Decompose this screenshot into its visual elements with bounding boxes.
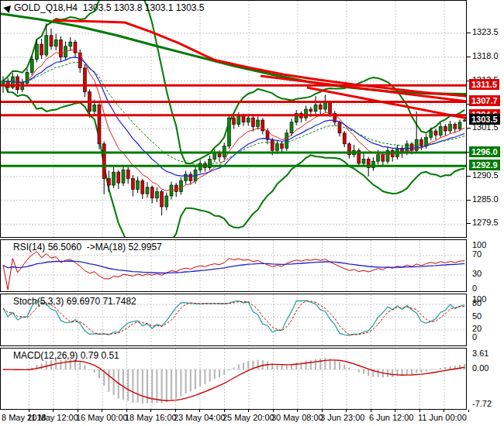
macd-tick-label: -7.72: [472, 399, 492, 408]
macd-tick-label: 3.61: [472, 349, 488, 358]
time-tick-mark: [419, 410, 420, 412]
rsi-tick-label: 100: [472, 240, 486, 249]
time-label: 23 May 04:00: [174, 413, 226, 422]
stochastic-indicator-panel[interactable]: Stoch(5,3,3) 69.6970 71.7482: [0, 294, 467, 346]
time-tick-mark: [371, 410, 371, 412]
macd-indicator-panel[interactable]: MACD(12,26,9) 0.79 0.51: [0, 348, 467, 410]
rsi-indicator-panel[interactable]: RSI(14) 56.5060 ->MA(18) 52.9957: [0, 239, 467, 292]
time-tick-mark: [53, 410, 54, 412]
time-label: 30 May 08:00: [271, 413, 323, 422]
price-tick-label: 1290.5: [472, 170, 499, 180]
symbol-period-label: GOLD_Q18,H4: [14, 2, 78, 13]
price-level-badge: 1296.0: [469, 146, 500, 157]
price-tick-label: 1285.0: [472, 194, 499, 204]
chart-title: GOLD_Q18,H4 1303.5 1303.8 1303.1 1303.5: [14, 2, 205, 13]
time-tick-mark: [224, 410, 225, 412]
main-price-chart[interactable]: [0, 0, 467, 238]
axis-tick-mark: [467, 33, 471, 33]
time-label: 16 May 00:00: [76, 413, 128, 422]
ohlc-readout: 1303.5 1303.8 1303.1 1303.5: [83, 2, 205, 13]
time-axis: 8 May 201811 May 12:0016 May 00:0018 May…: [0, 410, 504, 426]
time-tick-mark: [444, 410, 444, 412]
time-label: 11 May 12:00: [27, 413, 78, 422]
time-tick-mark: [273, 410, 274, 412]
time-tick-mark: [199, 410, 200, 412]
time-tick-mark: [175, 410, 176, 412]
rsi-tick-label: 30: [472, 269, 482, 278]
time-tick-mark: [297, 410, 298, 412]
trading-chart-window: GOLD_Q18,H4 1303.5 1303.8 1303.1 1303.5 …: [0, 0, 504, 426]
price-level-badge: 1311.5: [469, 79, 499, 90]
stoch-tick-label: 0: [472, 332, 477, 342]
time-tick-mark: [78, 410, 78, 412]
price-tick-label: 1279.5: [472, 218, 499, 227]
time-tick-mark: [468, 410, 469, 412]
time-label: 25 May 20:00: [223, 413, 274, 422]
price-level-badge: 1292.9: [469, 160, 500, 170]
stochastic-label: Stoch(5,3,3) 69.6970 71.7482: [13, 296, 136, 307]
price-level-badge: 1303.5: [469, 114, 500, 125]
axis-tick-mark: [467, 176, 471, 177]
price-tick-label: 1318.0: [472, 51, 499, 60]
time-tick-mark: [29, 410, 29, 412]
time-tick-mark: [395, 410, 395, 412]
rsi-tick-label: 70: [472, 249, 482, 259]
axis-tick-mark: [467, 223, 471, 224]
price-plot-area[interactable]: [1, 1, 466, 237]
rsi-label: RSI(14) 56.5060 ->MA(18) 52.9957: [13, 242, 162, 253]
stoch-tick-label: 50: [472, 311, 482, 321]
rsi-tick-label: 0: [472, 283, 477, 293]
price-tick-label: 1323.5: [472, 27, 499, 36]
axis-tick-mark: [467, 57, 471, 57]
time-tick-mark: [102, 410, 102, 412]
axis-tick-mark: [467, 200, 471, 201]
time-label: 6 Jun 12:00: [369, 413, 414, 422]
time-tick-mark: [346, 410, 347, 412]
time-tick-mark: [126, 410, 127, 412]
time-label: 18 May 16:00: [125, 413, 177, 422]
stoch-tick-label: 80: [472, 298, 482, 307]
price-axis: 1323.51318.01312.51307.01301.51296.01290…: [467, 0, 504, 410]
time-label: 11 Jun 00:00: [418, 413, 467, 422]
time-tick-mark: [322, 410, 323, 412]
macd-label: MACD(12,26,9) 0.79 0.51: [13, 350, 119, 361]
macd-tick-label: 0.00: [472, 363, 488, 373]
time-tick-mark: [248, 410, 249, 412]
axis-tick-mark: [467, 128, 471, 129]
time-tick-mark: [150, 410, 151, 412]
time-label: 3 Jun 23:00: [320, 413, 365, 422]
price-level-badge: 1307.7: [469, 95, 500, 106]
